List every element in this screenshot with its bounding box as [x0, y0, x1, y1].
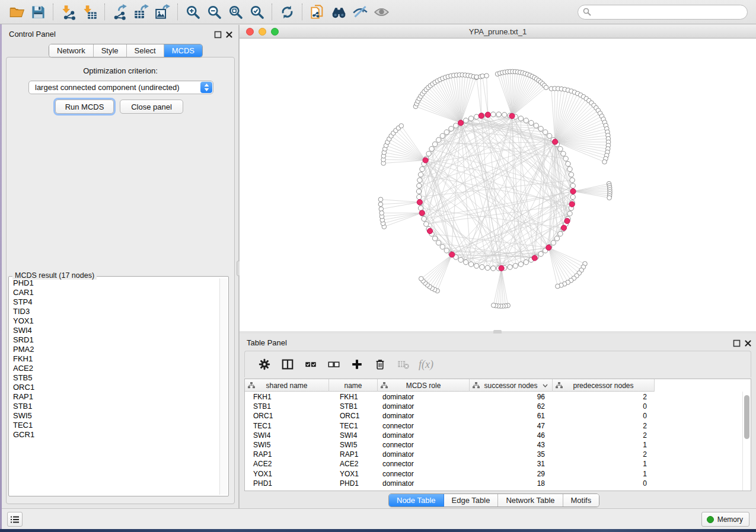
graph-node[interactable] — [480, 265, 484, 270]
graph-node[interactable] — [491, 112, 496, 117]
mcds-result-list[interactable]: PHD1CAR1STP4TID3YOX1SWI4SRD1PMA2FKH1ACE2… — [10, 278, 219, 495]
graph-node[interactable] — [558, 232, 563, 236]
graph-node[interactable] — [417, 178, 422, 182]
table-row[interactable]: PHD1PHD1dominator180 — [245, 479, 655, 488]
tab-mcds[interactable]: MCDS — [164, 44, 202, 57]
graph-node[interactable] — [569, 172, 573, 177]
graph-node[interactable] — [464, 118, 468, 123]
table-row[interactable]: RAP1RAP1dominator352 — [245, 450, 655, 459]
run-mcds-button[interactable]: Run MCDS — [55, 100, 114, 114]
tab-edge-table[interactable]: Edge Table — [444, 494, 499, 507]
graph-node[interactable] — [432, 142, 437, 146]
graph-satellite-nodes[interactable] — [378, 69, 612, 309]
graph-node[interactable] — [570, 178, 575, 182]
mcds-result-item[interactable]: ORC1 — [10, 383, 219, 392]
graph-node[interactable] — [416, 189, 421, 194]
graph-node[interactable] — [569, 201, 575, 207]
graph-node[interactable] — [544, 85, 548, 90]
graph-node[interactable] — [474, 264, 479, 268]
mcds-result-item[interactable]: GCR1 — [10, 430, 219, 440]
graph-node[interactable] — [419, 210, 425, 216]
control-panel-float-icon[interactable] — [214, 30, 222, 38]
graph-node[interactable] — [417, 200, 422, 205]
graph-node[interactable] — [464, 259, 468, 264]
graph-node[interactable] — [558, 146, 563, 151]
mcds-result-item[interactable]: RAP1 — [10, 392, 219, 402]
graph-node[interactable] — [420, 166, 425, 171]
function-builder-icon[interactable]: f(x) — [419, 358, 433, 371]
table-settings-gear-icon[interactable] — [256, 355, 273, 373]
table-row[interactable]: TEC1TEC1connector472 — [245, 421, 655, 431]
graph-node[interactable] — [492, 303, 496, 308]
delete-columns-icon[interactable] — [371, 355, 389, 373]
mcds-result-item[interactable]: STB5 — [10, 373, 219, 383]
graph-node[interactable] — [378, 202, 383, 207]
graph-node[interactable] — [496, 112, 501, 117]
graph-node[interactable] — [419, 277, 424, 281]
column-header-mcds-role[interactable]: MCDS role — [378, 379, 470, 392]
network-graph[interactable] — [240, 39, 756, 331]
graph-node[interactable] — [499, 265, 504, 271]
graph-node[interactable] — [436, 137, 441, 142]
graph-node[interactable] — [491, 266, 496, 271]
graph-node[interactable] — [379, 211, 384, 216]
graph-node[interactable] — [532, 255, 537, 261]
mcds-result-item[interactable]: ACE2 — [10, 364, 219, 373]
hide-selected-eye-slash-icon[interactable] — [349, 2, 371, 22]
refresh-icon[interactable] — [276, 2, 298, 22]
graph-node[interactable] — [479, 113, 484, 118]
export-network-icon[interactable] — [109, 2, 130, 22]
graph-node[interactable] — [564, 218, 570, 223]
graph-node[interactable] — [570, 188, 576, 194]
table-row[interactable]: SWI4SWI4dominator462 — [245, 431, 655, 440]
table-row[interactable]: ACE2ACE2connector311 — [245, 459, 655, 469]
graph-node[interactable] — [561, 225, 566, 230]
tab-node-table[interactable]: Node Table — [389, 494, 444, 507]
graph-node[interactable] — [444, 130, 449, 134]
graph-node[interactable] — [518, 116, 523, 121]
graph-node[interactable] — [508, 265, 512, 270]
graph-node[interactable] — [553, 139, 558, 145]
tab-select[interactable]: Select — [127, 44, 164, 57]
graph-node[interactable] — [399, 124, 404, 129]
mcds-result-scrollbar[interactable] — [219, 278, 227, 495]
table-panel-close-icon[interactable] — [744, 339, 752, 347]
create-column-icon[interactable] — [348, 355, 366, 373]
new-network-from-selection-icon[interactable] — [307, 2, 328, 22]
table-row[interactable]: FKH1FKH1dominator962 — [245, 392, 655, 402]
tab-network[interactable]: Network — [49, 44, 94, 57]
graph-node[interactable] — [417, 194, 422, 199]
table-row[interactable]: STB1STB1dominator620 — [245, 402, 655, 411]
graph-node[interactable] — [563, 156, 568, 161]
graph-node[interactable] — [518, 262, 523, 267]
graph-node[interactable] — [543, 130, 548, 134]
zoom-in-icon[interactable] — [182, 2, 203, 22]
graph-node[interactable] — [474, 114, 479, 119]
table-row[interactable]: SWI5SWI5connector431 — [245, 440, 655, 450]
mcds-result-item[interactable]: STB1 — [10, 402, 219, 411]
graph-node[interactable] — [570, 194, 575, 199]
unselect-all-icon[interactable] — [325, 355, 343, 373]
column-header-name[interactable]: name — [329, 379, 378, 392]
graph-node[interactable] — [423, 158, 428, 163]
close-panel-button[interactable]: Close panel — [120, 100, 183, 114]
graph-node[interactable] — [428, 228, 433, 233]
mcds-result-item[interactable]: FKH1 — [10, 354, 219, 364]
network-canvas[interactable] — [240, 39, 756, 331]
graph-node[interactable] — [426, 151, 431, 156]
graph-node[interactable] — [418, 172, 423, 177]
column-header-predecessor-nodes[interactable]: predecessor nodes — [553, 379, 655, 392]
graph-node[interactable] — [440, 133, 445, 138]
tab-motifs[interactable]: Motifs — [563, 494, 599, 507]
graph-node[interactable] — [529, 120, 534, 125]
show-all-eye-icon[interactable] — [371, 2, 392, 22]
graph-node[interactable] — [534, 123, 538, 128]
graph-node[interactable] — [485, 265, 490, 270]
graph-node[interactable] — [454, 123, 458, 128]
graph-node[interactable] — [422, 216, 426, 221]
graph-node[interactable] — [449, 252, 455, 257]
search-input[interactable] — [578, 5, 748, 20]
graph-node[interactable] — [502, 113, 507, 117]
graph-node[interactable] — [436, 241, 441, 245]
mcds-result-item[interactable]: STP4 — [10, 297, 219, 307]
